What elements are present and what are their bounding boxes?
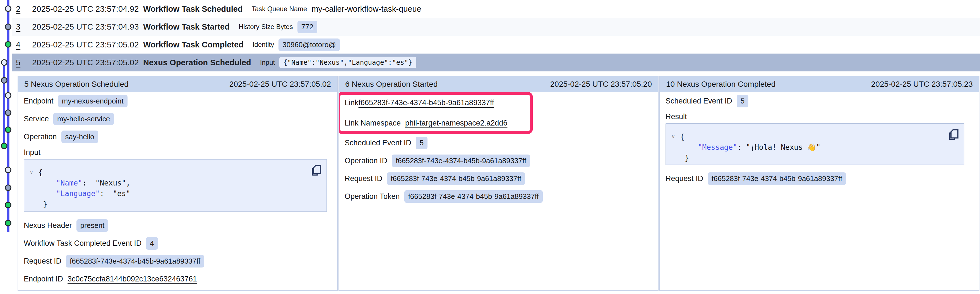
field-value-badge: my-nexus-endpoint xyxy=(58,95,127,107)
event-type-label: Workflow Task Scheduled xyxy=(143,5,243,14)
field-request-id: Request ID f665283f-743e-4374-b45b-9a61a… xyxy=(24,252,331,270)
event-type-label: Workflow Task Started xyxy=(143,22,230,32)
panel-header: 10 Nexus Operation Completed 2025-02-25 … xyxy=(660,76,979,92)
panel-nexus-operation-started: 6 Nexus Operation Started 2025-02-25 UTC… xyxy=(339,76,659,291)
json-key: "Name" xyxy=(56,179,82,187)
field-label: Scheduled Event ID xyxy=(665,97,732,105)
panel-nexus-operation-scheduled: 5 Nexus Operation Scheduled 2025-02-25 U… xyxy=(18,76,338,291)
endpoint-id-link[interactable]: 3c0c75ccfa8144b092c13ce632463761 xyxy=(68,275,197,283)
collapse-chevron-icon[interactable]: ∨ xyxy=(671,131,680,142)
event-meta-label: Identity xyxy=(253,41,274,49)
json-colon: : xyxy=(100,189,113,198)
field-label: Nexus Header xyxy=(24,221,72,230)
field-operation-token: Operation Token f665283f-743e-4374-b45b-… xyxy=(345,188,652,205)
field-request-id: Request ID f665283f-743e-4374-b45b-9a61a… xyxy=(345,170,652,188)
result-section-label: Result xyxy=(665,110,973,123)
event-status-dot-started xyxy=(2,78,7,83)
event-status-dot-started xyxy=(5,24,11,30)
event-timeline-graph xyxy=(0,0,17,294)
panel-timestamp: 2025-02-25 UTC 23:57:05.23 xyxy=(871,80,973,89)
json-key: "Message" xyxy=(698,143,737,151)
field-value-badge: f665283f-743e-4374-b45b-9a61a89337ff xyxy=(66,255,204,267)
event-history-list: 2 2025-02-25 UTC 23:57:04.92 Workflow Ta… xyxy=(12,0,980,72)
field-label: Link xyxy=(345,99,359,107)
field-value-badge: f665283f-743e-4374-b45b-9a61a89337ff xyxy=(708,172,846,185)
field-scheduled-event-id: Scheduled Event ID 5 xyxy=(345,134,652,152)
field-label: Request ID xyxy=(24,257,61,265)
copy-icon[interactable] xyxy=(948,128,959,141)
json-colon: : xyxy=(82,179,95,187)
field-endpoint: Endpoint my-nexus-endpoint xyxy=(24,92,331,110)
event-meta-label: History Size Bytes xyxy=(239,23,293,31)
field-label: Endpoint xyxy=(24,97,54,105)
panel-title: 10 Nexus Operation Completed xyxy=(666,80,775,89)
event-status-dot-pending xyxy=(5,167,11,173)
field-label: Endpoint ID xyxy=(24,275,63,283)
field-label: Request ID xyxy=(665,174,703,183)
event-row-2[interactable]: 2 2025-02-25 UTC 23:57:04.92 Workflow Ta… xyxy=(12,0,980,18)
event-status-dot-started xyxy=(5,110,11,116)
field-endpoint-id: Endpoint ID 3c0c75ccfa8144b092c13ce63246… xyxy=(24,270,331,288)
event-status-dot-completed xyxy=(5,202,11,208)
result-json-viewer: ∨{ "Message": "¡Hola! Nexus 👋" } xyxy=(665,123,964,165)
panel-title: 5 Nexus Operation Scheduled xyxy=(24,80,129,89)
panel-title: 6 Nexus Operation Started xyxy=(345,80,438,89)
field-label: Scheduled Event ID xyxy=(345,138,411,147)
panel-body: Scheduled Event ID 5 Result ∨{ "Message"… xyxy=(660,92,979,290)
panel-timestamp: 2025-02-25 UTC 23:57:05.02 xyxy=(229,80,331,89)
input-payload-badge: {"Name":"Nexus","Language":"es"} xyxy=(279,57,416,68)
event-meta-label: Task Queue Name xyxy=(252,5,307,13)
field-workflow-task-completed-event-id: Workflow Task Completed Event ID 4 xyxy=(24,234,331,252)
input-section-label: Input xyxy=(24,146,331,159)
event-row-3[interactable]: 3 2025-02-25 UTC 23:57:04.93 Workflow Ta… xyxy=(12,18,980,36)
event-status-dot-started xyxy=(5,185,11,191)
field-label: Operation Token xyxy=(345,192,400,201)
link-namespace-link[interactable]: phil-target-namespace2.a2dd6 xyxy=(405,119,507,127)
event-type-label: Nexus Operation Scheduled xyxy=(143,58,251,67)
history-size-badge: 772 xyxy=(298,21,317,33)
event-status-dot-pending xyxy=(2,60,7,65)
json-close-brace: } xyxy=(43,200,48,208)
event-row-4[interactable]: 4 2025-02-25 UTC 23:57:05.02 Workflow Ta… xyxy=(12,36,980,54)
field-value-badge: say-hello xyxy=(61,130,98,143)
event-status-dot-completed xyxy=(2,143,7,149)
field-value-badge: my-hello-service xyxy=(53,113,114,125)
event-type-label: Workflow Task Completed xyxy=(143,40,243,49)
panel-body: Endpoint my-nexus-endpoint Service my-he… xyxy=(18,92,337,290)
event-row-5-selected[interactable]: 5 2025-02-25 UTC 23:57:05.02 Nexus Opera… xyxy=(12,54,980,72)
event-meta-label: Input xyxy=(260,59,275,67)
json-colon: : xyxy=(737,143,746,151)
panel-timestamp: 2025-02-25 UTC 23:57:05.20 xyxy=(550,80,652,89)
event-timestamp: 2025-02-25 UTC 23:57:05.02 xyxy=(32,58,143,67)
panel-body: Link f665283f-743e-4374-b45b-9a61a89337f… xyxy=(339,92,658,290)
field-label: Request ID xyxy=(345,174,382,183)
event-status-dot-pending xyxy=(5,92,11,98)
workflow-history-view: { "colors": { "selected_row_bg": "#a9b8d… xyxy=(0,0,980,294)
task-queue-link[interactable]: my-caller-workflow-task-queue xyxy=(312,5,421,14)
panel-nexus-operation-completed: 10 Nexus Operation Completed 2025-02-25 … xyxy=(659,76,980,291)
event-status-dot-completed xyxy=(5,41,11,47)
event-timestamp: 2025-02-25 UTC 23:57:04.93 xyxy=(32,22,143,32)
field-nexus-header: Nexus Header present xyxy=(24,216,331,234)
field-value-badge: 4 xyxy=(146,237,158,250)
json-value: "es" xyxy=(113,189,130,198)
json-key: "Language" xyxy=(56,189,100,198)
event-timestamp: 2025-02-25 UTC 23:57:04.92 xyxy=(32,5,143,14)
link-value-link[interactable]: f665283f-743e-4374-b45b-9a61a89337ff xyxy=(359,99,494,107)
json-open-brace: { xyxy=(38,168,43,176)
event-detail-panels: 5 Nexus Operation Scheduled 2025-02-25 U… xyxy=(18,76,980,291)
field-link-namespace: Link Namespace phil-target-namespace2.a2… xyxy=(345,113,652,133)
field-service: Service my-hello-service xyxy=(24,110,331,128)
json-open-brace: { xyxy=(680,132,684,141)
field-operation-id: Operation ID f665283f-743e-4374-b45b-9a6… xyxy=(345,152,652,170)
field-value-badge: 5 xyxy=(416,137,428,149)
field-label: Link Namespace xyxy=(345,119,401,127)
panel-header: 6 Nexus Operation Started 2025-02-25 UTC… xyxy=(339,76,658,92)
field-value-badge: present xyxy=(76,219,108,232)
collapse-chevron-icon[interactable]: ∨ xyxy=(30,167,38,177)
input-json-viewer: ∨{ "Name": "Nexus", "Language": "es" } xyxy=(24,159,327,212)
field-link: Link f665283f-743e-4374-b45b-9a61a89337f… xyxy=(345,92,652,113)
field-request-id: Request ID f665283f-743e-4374-b45b-9a61a… xyxy=(665,170,973,188)
copy-icon[interactable] xyxy=(311,164,322,176)
event-status-dot-completed xyxy=(5,127,11,132)
